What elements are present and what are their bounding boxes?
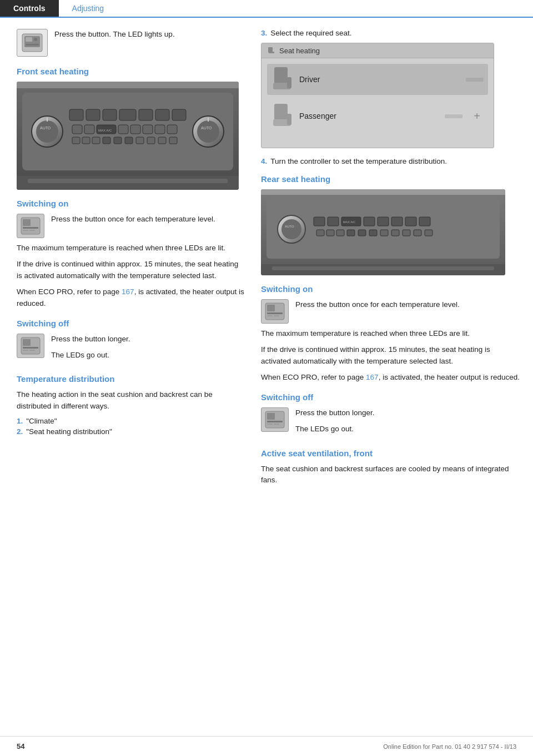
svg-rect-58 xyxy=(287,77,291,88)
front-panel-image: AUTO AUTO MAX A/C xyxy=(17,82,239,190)
header-tabs: Controls Adjusting xyxy=(0,0,533,18)
driver-bars xyxy=(466,78,484,82)
svg-rect-53 xyxy=(29,350,35,351)
switching-on-rear-text2: The maximum temperature is reached when … xyxy=(261,328,522,340)
switching-off-text2: The LEDs go out. xyxy=(51,350,130,361)
svg-rect-84 xyxy=(391,230,399,236)
svg-text:AUTO: AUTO xyxy=(285,225,294,228)
svg-point-9 xyxy=(36,120,58,143)
switching-on-rear-text4: When ECO PRO, refer to page 167, is acti… xyxy=(261,372,522,384)
step3-num: 3. xyxy=(261,29,267,37)
adjusting-tab-label: Adjusting xyxy=(72,4,104,13)
svg-point-13 xyxy=(197,120,219,143)
switching-off-front-title: Switching off xyxy=(17,319,244,328)
switching-on-rear-title: Switching on xyxy=(261,284,522,294)
svg-rect-83 xyxy=(380,230,388,236)
svg-rect-31 xyxy=(167,125,177,134)
intro-section: Press the button. The LED lights up. xyxy=(17,29,244,57)
switching-on-rear-step: Press the button once for each temperatu… xyxy=(261,299,522,324)
svg-text:MAX A/C: MAX A/C xyxy=(343,220,355,224)
svg-rect-4 xyxy=(26,44,39,46)
svg-rect-50 xyxy=(23,339,31,346)
item2-num: 2. xyxy=(17,427,23,436)
svg-rect-86 xyxy=(414,230,421,236)
temp-dist-item2: 2. "Seat heating distribution" xyxy=(17,427,244,436)
svg-rect-20 xyxy=(139,109,153,120)
svg-rect-40 xyxy=(158,137,166,144)
svg-point-3 xyxy=(34,38,37,41)
svg-rect-59 xyxy=(274,104,288,120)
svg-rect-43 xyxy=(28,179,228,183)
switching-on-rear-text1: Press the button once for each temperatu… xyxy=(295,299,460,311)
svg-rect-30 xyxy=(155,125,165,134)
tab-controls[interactable]: Controls xyxy=(0,0,59,17)
switching-off-rear-title: Switching off xyxy=(261,392,522,402)
switching-on-rear-text3: If the drive is continued within approx.… xyxy=(261,344,522,367)
rear-seat-heating-title: Rear seat heating xyxy=(261,174,522,184)
svg-rect-73 xyxy=(378,217,389,226)
passenger-seat-icon xyxy=(271,103,293,129)
driver-label: Driver xyxy=(299,75,320,84)
led-button-icon xyxy=(17,29,48,57)
switching-off-text1: Press the button longer. xyxy=(51,334,130,345)
svg-rect-38 xyxy=(136,137,144,144)
switching-on-front-text: Press the button once for each temperatu… xyxy=(51,214,215,230)
step4-text: Turn the controller to set the temperatu… xyxy=(270,157,447,165)
step3-text: Select the required seat. xyxy=(270,29,351,37)
svg-rect-36 xyxy=(114,137,122,144)
svg-rect-28 xyxy=(130,125,140,134)
svg-rect-55 xyxy=(269,52,274,53)
eco-pro-link-front[interactable]: 167 xyxy=(122,288,134,296)
svg-rect-75 xyxy=(405,217,416,226)
rear-panel-image: AUTO MAX A/C xyxy=(261,189,505,275)
temp-dist-item1: 1. "Climate" xyxy=(17,417,244,425)
step4-num: 4. xyxy=(261,157,267,165)
switching-off-rear-step: Press the button longer. The LEDs go out… xyxy=(261,407,522,440)
tab-adjusting[interactable]: Adjusting xyxy=(59,0,118,18)
switching-on-front-step: Press the button once for each temperatu… xyxy=(17,214,244,238)
svg-rect-97 xyxy=(267,421,283,422)
svg-rect-96 xyxy=(267,413,275,420)
item2-text: "Seat heating distribution" xyxy=(26,427,112,436)
svg-text:AUTO: AUTO xyxy=(201,126,212,130)
svg-rect-23 xyxy=(72,125,82,134)
svg-rect-35 xyxy=(103,137,110,144)
seat-heat-off-icon-front xyxy=(17,334,44,358)
svg-rect-77 xyxy=(316,230,324,236)
edition-text: Online Edition for Part no. 01 40 2 917 … xyxy=(383,743,516,750)
intro-text: Press the button. The LED lights up. xyxy=(54,29,175,41)
svg-rect-45 xyxy=(23,219,31,226)
eco-pro-link-rear[interactable]: 167 xyxy=(366,373,379,381)
svg-text:AUTO: AUTO xyxy=(40,126,51,130)
svg-rect-63 xyxy=(261,189,505,195)
svg-rect-78 xyxy=(326,230,334,236)
plus-button[interactable]: + xyxy=(474,110,480,123)
svg-rect-92 xyxy=(267,313,283,314)
svg-rect-51 xyxy=(23,347,38,349)
seat-ui-title-bar: Seat heating xyxy=(262,43,494,58)
switching-off-rear-text: Press the button longer. The LEDs go out… xyxy=(295,407,375,440)
seat-heat-icon-front xyxy=(17,214,44,238)
svg-rect-81 xyxy=(358,230,366,236)
switching-off-front-step: Press the button longer. The LEDs go out… xyxy=(17,334,244,366)
svg-rect-85 xyxy=(403,230,410,236)
svg-rect-80 xyxy=(347,230,355,236)
active-seat-vent-text: The seat cushion and backrest surfaces a… xyxy=(261,463,522,487)
temp-dist-text: The heating action in the seat cushion a… xyxy=(17,389,244,412)
svg-rect-21 xyxy=(155,109,169,120)
svg-rect-93 xyxy=(267,315,273,316)
switching-off-rear-text1: Press the button longer. xyxy=(295,407,375,419)
driver-seat-option[interactable]: Driver xyxy=(267,64,488,95)
seat-heat-icon-rear xyxy=(261,299,289,324)
switching-on-text1: Press the button once for each temperatu… xyxy=(51,214,215,225)
footer: 54 Online Edition for Part no. 01 40 2 9… xyxy=(0,736,533,756)
svg-rect-19 xyxy=(119,109,136,120)
svg-rect-74 xyxy=(391,217,403,226)
svg-rect-6 xyxy=(17,82,239,88)
switching-off-rear-text2: The LEDs go out. xyxy=(295,424,375,435)
front-seat-heating-title: Front seat heating xyxy=(17,67,244,76)
passenger-seat-option[interactable]: Passenger + xyxy=(267,100,488,132)
switching-off-front-text: Press the button longer. The LEDs go out… xyxy=(51,334,130,366)
step4-item: 4. Turn the controller to set the temper… xyxy=(261,157,522,165)
main-content: Press the button. The LED lights up. Fro… xyxy=(0,18,533,502)
